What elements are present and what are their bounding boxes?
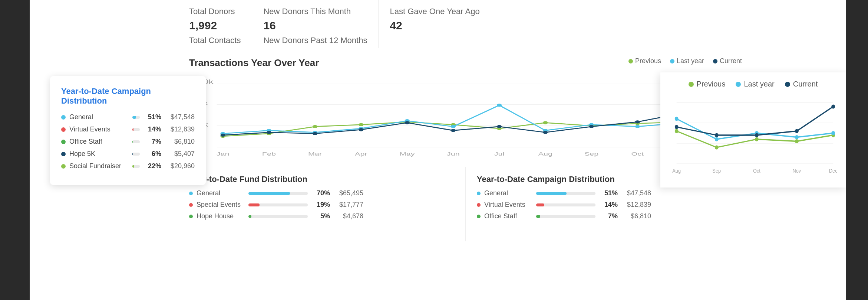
camp-dot-2 xyxy=(477,215,481,218)
camp-bar-bg-2 xyxy=(536,215,595,218)
fund-dist-title: Year-to-Date Fund Distribution xyxy=(189,175,454,184)
camp-dot-1 xyxy=(477,203,481,207)
svg-point-66 xyxy=(715,137,719,141)
campaign-name-1: Virtual Events xyxy=(69,125,129,133)
svg-point-15 xyxy=(543,121,548,124)
svg-point-40 xyxy=(589,125,594,128)
campaign-bar-bg-3 xyxy=(132,153,140,156)
campaign-bar-bg-0 xyxy=(132,116,140,119)
svg-point-11 xyxy=(359,123,363,126)
camp-name-0: General xyxy=(484,189,532,197)
camp-item-0: General 51% $47,548 xyxy=(477,189,742,197)
svg-point-63 xyxy=(795,139,799,143)
campaign-bar-fill-2 xyxy=(132,140,133,143)
campaign-name-0: General xyxy=(69,113,129,121)
last-gave-cell: Last Gave One Year Ago 42 xyxy=(379,0,491,48)
fund-amount-2: $4,678 xyxy=(334,212,363,220)
fund-bar-fill-1 xyxy=(248,203,260,206)
large-prev-label: Previous xyxy=(697,80,726,88)
svg-point-25 xyxy=(451,125,456,128)
camp-item-1: Virtual Events 14% $12,839 xyxy=(477,201,742,209)
svg-point-74 xyxy=(831,105,835,109)
svg-point-72 xyxy=(755,133,759,137)
svg-point-65 xyxy=(675,117,679,121)
svg-point-62 xyxy=(755,137,759,141)
campaign-name-4: Social Fundraiser xyxy=(69,162,129,170)
campaign-bar-fill-0 xyxy=(132,116,136,119)
current-dot xyxy=(713,59,717,63)
fund-name-0: General xyxy=(197,189,245,197)
campaign-bar-bg-4 xyxy=(132,165,140,168)
fund-bar-fill-2 xyxy=(248,215,251,218)
campaign-amount-2: $6,810 xyxy=(165,138,195,146)
svg-point-41 xyxy=(635,120,640,123)
camp-dot-0 xyxy=(477,192,481,195)
large-legend-current: Current xyxy=(785,80,818,88)
large-curr-dot xyxy=(785,82,790,87)
new-donors-month-value: 16 xyxy=(263,19,367,32)
campaign-card: Year-to-Date Campaign Distribution Gener… xyxy=(50,76,206,185)
large-prev-dot xyxy=(689,82,694,87)
svg-point-68 xyxy=(795,135,799,139)
campaign-pct-0: 51% xyxy=(143,113,161,121)
svg-text:Dec: Dec xyxy=(829,168,837,174)
new-donors-12-label: New Donors Past 12 Months xyxy=(263,36,367,45)
svg-point-37 xyxy=(451,129,456,132)
fund-dist-item-2: Hope House 5% $4,678 xyxy=(189,212,454,220)
campaign-bar-fill-3 xyxy=(132,153,133,156)
svg-text:Feb: Feb xyxy=(262,151,276,157)
svg-text:Sep: Sep xyxy=(584,151,598,157)
svg-point-35 xyxy=(359,128,363,131)
large-ly-label: Last year xyxy=(744,80,774,88)
tablet-border-right xyxy=(846,0,868,300)
svg-text:Nov: Nov xyxy=(793,168,801,174)
fund-dist-item-1: Special Events 19% $17,777 xyxy=(189,201,454,209)
svg-text:Oct: Oct xyxy=(753,168,760,174)
previous-label: Previous xyxy=(635,57,661,65)
campaign-bar-fill-4 xyxy=(132,165,134,168)
campaign-amount-3: $5,407 xyxy=(165,150,195,158)
total-donors-cell: Total Donors 1,992 Total Contacts 3,435 xyxy=(178,0,252,48)
campaign-item-0: General 51% $47,548 xyxy=(61,113,195,121)
legend-current: Current xyxy=(713,57,742,65)
tablet-screen: Total Donors 1,992 Total Contacts 3,435 … xyxy=(30,0,846,300)
campaign-dot-3 xyxy=(61,152,66,156)
campaign-amount-0: $47,548 xyxy=(165,113,195,121)
svg-text:Jan: Jan xyxy=(217,151,230,157)
large-chart-svg: Aug Sep Oct Nov Dec xyxy=(669,94,837,176)
fund-dist-item-0: General 70% $65,495 xyxy=(189,189,454,197)
fund-bar-fill-0 xyxy=(248,192,290,195)
svg-point-10 xyxy=(313,125,317,128)
previous-dot xyxy=(628,59,633,63)
camp-amount-2: $6,810 xyxy=(621,212,651,220)
fund-distribution-section: Year-to-Date Fund Distribution General 7… xyxy=(178,167,466,241)
fund-pct-1: 19% xyxy=(311,201,330,209)
svg-point-71 xyxy=(715,133,719,137)
camp-pct-1: 14% xyxy=(599,201,618,209)
fund-pct-2: 5% xyxy=(311,212,330,220)
dashboard: Total Donors 1,992 Total Contacts 3,435 … xyxy=(0,0,868,300)
svg-text:Jun: Jun xyxy=(447,151,460,157)
camp-name-1: Virtual Events xyxy=(484,201,532,209)
svg-point-38 xyxy=(497,125,502,128)
large-chart-legend: Previous Last year Current xyxy=(669,80,837,88)
svg-text:Aug: Aug xyxy=(538,151,552,157)
fund-dot-1 xyxy=(189,203,193,207)
camp-amount-1: $12,839 xyxy=(621,201,651,209)
camp-pct-0: 51% xyxy=(599,189,618,197)
campaign-item-1: Virtual Events 14% $12,839 xyxy=(61,125,195,133)
svg-text:Apr: Apr xyxy=(355,151,367,157)
campaign-dot-1 xyxy=(61,127,66,132)
last-gave-value: 42 xyxy=(390,19,479,32)
svg-text:Aug: Aug xyxy=(672,168,681,174)
legend-last-year: Last year xyxy=(670,57,704,65)
campaign-pct-1: 14% xyxy=(143,125,161,133)
svg-point-70 xyxy=(675,125,679,129)
camp-amount-0: $47,548 xyxy=(621,189,651,197)
fund-amount-1: $17,777 xyxy=(334,201,363,209)
last-year-dot xyxy=(670,59,674,63)
camp-bar-bg-0 xyxy=(536,192,595,195)
chart-legend: Previous Last year Current xyxy=(628,57,742,65)
camp-bar-fill-1 xyxy=(536,203,544,206)
fund-amount-0: $65,495 xyxy=(334,189,363,197)
